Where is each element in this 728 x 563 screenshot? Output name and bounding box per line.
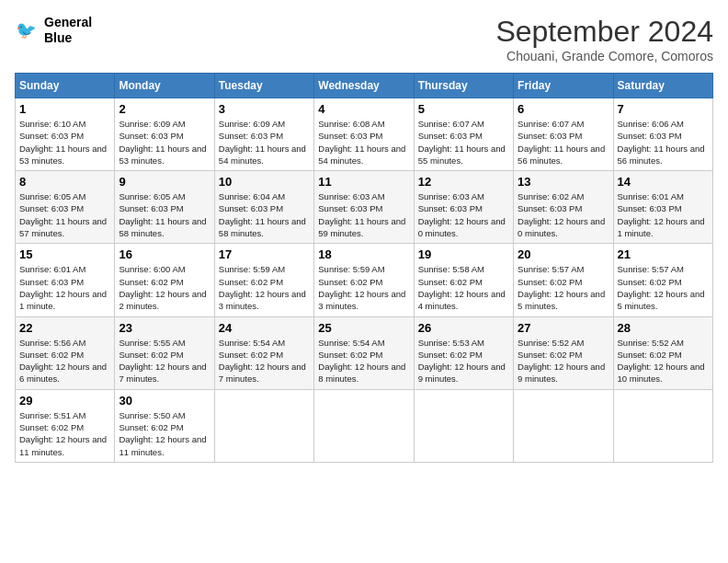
calendar-cell: 11 Sunrise: 6:03 AMSunset: 6:03 PMDaylig… [314, 171, 414, 244]
day-number: 25 [318, 321, 409, 335]
day-info: Sunrise: 6:03 AMSunset: 6:03 PMDaylight:… [418, 190, 509, 239]
calendar-cell [514, 389, 613, 462]
month-title: September 2024 [495, 15, 713, 49]
day-number: 27 [518, 321, 609, 335]
day-number: 3 [219, 102, 310, 116]
day-number: 9 [119, 175, 210, 189]
col-header-wednesday: Wednesday [314, 74, 414, 98]
calendar-cell: 18 Sunrise: 5:59 AMSunset: 6:02 PMDaylig… [314, 244, 414, 316]
day-number: 16 [119, 247, 210, 261]
location-subtitle: Chouani, Grande Comore, Comoros [495, 49, 713, 63]
day-number: 24 [219, 321, 310, 335]
day-info: Sunrise: 6:07 AMSunset: 6:03 PMDaylight:… [518, 118, 609, 167]
calendar-cell: 24 Sunrise: 5:54 AMSunset: 6:02 PMDaylig… [214, 316, 313, 389]
calendar-cell: 10 Sunrise: 6:04 AMSunset: 6:03 PMDaylig… [214, 171, 313, 244]
day-number: 29 [19, 394, 110, 408]
day-info: Sunrise: 5:58 AMSunset: 6:02 PMDaylight:… [418, 263, 509, 312]
calendar-cell: 25 Sunrise: 5:54 AMSunset: 6:02 PMDaylig… [314, 316, 414, 389]
day-info: Sunrise: 6:09 AMSunset: 6:03 PMDaylight:… [119, 118, 210, 167]
calendar-cell: 14 Sunrise: 6:01 AMSunset: 6:03 PMDaylig… [613, 171, 712, 244]
logo-line2: Blue [44, 30, 92, 46]
calendar-cell: 29 Sunrise: 5:51 AMSunset: 6:02 PMDaylig… [16, 389, 115, 462]
day-info: Sunrise: 6:02 AMSunset: 6:03 PMDaylight:… [518, 190, 609, 239]
day-number: 23 [119, 321, 210, 335]
calendar-cell: 30 Sunrise: 5:50 AMSunset: 6:02 PMDaylig… [115, 389, 214, 462]
day-number: 22 [19, 321, 110, 335]
day-info: Sunrise: 6:04 AMSunset: 6:03 PMDaylight:… [219, 190, 310, 239]
day-number: 30 [119, 394, 210, 408]
calendar-cell: 6 Sunrise: 6:07 AMSunset: 6:03 PMDayligh… [514, 98, 613, 171]
logo: 🐦 General Blue [15, 15, 92, 46]
day-info: Sunrise: 5:52 AMSunset: 6:02 PMDaylight:… [618, 337, 709, 385]
calendar-cell [214, 389, 313, 462]
calendar-cell: 1 Sunrise: 6:10 AMSunset: 6:03 PMDayligh… [16, 98, 115, 171]
calendar-table: SundayMondayTuesdayWednesdayThursdayFrid… [15, 73, 713, 463]
day-info: Sunrise: 5:51 AMSunset: 6:02 PMDaylight:… [19, 409, 110, 458]
day-number: 5 [418, 102, 509, 116]
col-header-thursday: Thursday [414, 74, 513, 98]
day-number: 15 [19, 247, 110, 261]
week-row-2: 8 Sunrise: 6:05 AMSunset: 6:03 PMDayligh… [16, 171, 713, 244]
calendar-cell: 9 Sunrise: 6:05 AMSunset: 6:03 PMDayligh… [115, 171, 214, 244]
day-number: 19 [418, 247, 509, 261]
day-number: 10 [219, 175, 310, 189]
day-number: 14 [618, 175, 709, 189]
week-row-5: 29 Sunrise: 5:51 AMSunset: 6:02 PMDaylig… [16, 389, 713, 462]
calendar-cell: 22 Sunrise: 5:56 AMSunset: 6:02 PMDaylig… [16, 316, 115, 389]
day-number: 17 [219, 247, 310, 261]
day-info: Sunrise: 5:56 AMSunset: 6:02 PMDaylight:… [19, 337, 110, 385]
day-info: Sunrise: 6:03 AMSunset: 6:03 PMDaylight:… [318, 190, 409, 239]
calendar-cell [314, 389, 414, 462]
day-number: 8 [19, 175, 110, 189]
day-info: Sunrise: 6:09 AMSunset: 6:03 PMDaylight:… [219, 118, 310, 167]
day-info: Sunrise: 6:10 AMSunset: 6:03 PMDaylight:… [19, 118, 110, 167]
day-info: Sunrise: 6:00 AMSunset: 6:02 PMDaylight:… [119, 263, 210, 312]
calendar-cell: 4 Sunrise: 6:08 AMSunset: 6:03 PMDayligh… [314, 98, 414, 171]
day-number: 2 [119, 102, 210, 116]
day-number: 18 [318, 247, 409, 261]
calendar-cell: 27 Sunrise: 5:52 AMSunset: 6:02 PMDaylig… [514, 316, 613, 389]
calendar-cell: 28 Sunrise: 5:52 AMSunset: 6:02 PMDaylig… [613, 316, 712, 389]
day-info: Sunrise: 6:07 AMSunset: 6:03 PMDaylight:… [418, 118, 509, 167]
week-row-1: 1 Sunrise: 6:10 AMSunset: 6:03 PMDayligh… [16, 98, 713, 171]
day-info: Sunrise: 6:05 AMSunset: 6:03 PMDaylight:… [19, 190, 110, 239]
day-number: 11 [318, 175, 409, 189]
col-header-friday: Friday [514, 74, 613, 98]
calendar-cell: 21 Sunrise: 5:57 AMSunset: 6:02 PMDaylig… [613, 244, 712, 316]
day-info: Sunrise: 6:06 AMSunset: 6:03 PMDaylight:… [618, 118, 709, 167]
day-info: Sunrise: 6:08 AMSunset: 6:03 PMDaylight:… [318, 118, 409, 167]
day-info: Sunrise: 5:55 AMSunset: 6:02 PMDaylight:… [119, 337, 210, 385]
day-number: 26 [418, 321, 509, 335]
day-number: 4 [318, 102, 409, 116]
calendar-cell: 15 Sunrise: 6:01 AMSunset: 6:03 PMDaylig… [16, 244, 115, 316]
calendar-cell: 8 Sunrise: 6:05 AMSunset: 6:03 PMDayligh… [16, 171, 115, 244]
title-area: September 2024 Chouani, Grande Comore, C… [495, 15, 713, 63]
calendar-cell: 20 Sunrise: 5:57 AMSunset: 6:02 PMDaylig… [514, 244, 613, 316]
week-row-3: 15 Sunrise: 6:01 AMSunset: 6:03 PMDaylig… [16, 244, 713, 316]
day-info: Sunrise: 6:01 AMSunset: 6:03 PMDaylight:… [19, 263, 110, 312]
logo-line1: General [44, 15, 92, 30]
calendar-header: SundayMondayTuesdayWednesdayThursdayFrid… [16, 74, 713, 98]
col-header-sunday: Sunday [16, 74, 115, 98]
day-info: Sunrise: 5:54 AMSunset: 6:02 PMDaylight:… [318, 337, 409, 385]
day-number: 1 [19, 102, 110, 116]
day-number: 13 [518, 175, 609, 189]
calendar-cell: 7 Sunrise: 6:06 AMSunset: 6:03 PMDayligh… [613, 98, 712, 171]
calendar-cell: 17 Sunrise: 5:59 AMSunset: 6:02 PMDaylig… [214, 244, 313, 316]
day-number: 12 [418, 175, 509, 189]
day-number: 28 [618, 321, 709, 335]
calendar-cell: 23 Sunrise: 5:55 AMSunset: 6:02 PMDaylig… [115, 316, 214, 389]
day-number: 6 [518, 102, 609, 116]
day-info: Sunrise: 5:50 AMSunset: 6:02 PMDaylight:… [119, 409, 210, 458]
day-info: Sunrise: 5:53 AMSunset: 6:02 PMDaylight:… [418, 337, 509, 385]
day-number: 21 [618, 247, 709, 261]
calendar-cell [613, 389, 712, 462]
calendar-cell: 13 Sunrise: 6:02 AMSunset: 6:03 PMDaylig… [514, 171, 613, 244]
calendar-cell: 3 Sunrise: 6:09 AMSunset: 6:03 PMDayligh… [214, 98, 313, 171]
day-info: Sunrise: 5:59 AMSunset: 6:02 PMDaylight:… [219, 263, 310, 312]
day-info: Sunrise: 6:05 AMSunset: 6:03 PMDaylight:… [119, 190, 210, 239]
page-header: 🐦 General Blue September 2024 Chouani, G… [15, 15, 713, 63]
day-info: Sunrise: 5:59 AMSunset: 6:02 PMDaylight:… [318, 263, 409, 312]
calendar-cell [414, 389, 513, 462]
day-number: 20 [518, 247, 609, 261]
